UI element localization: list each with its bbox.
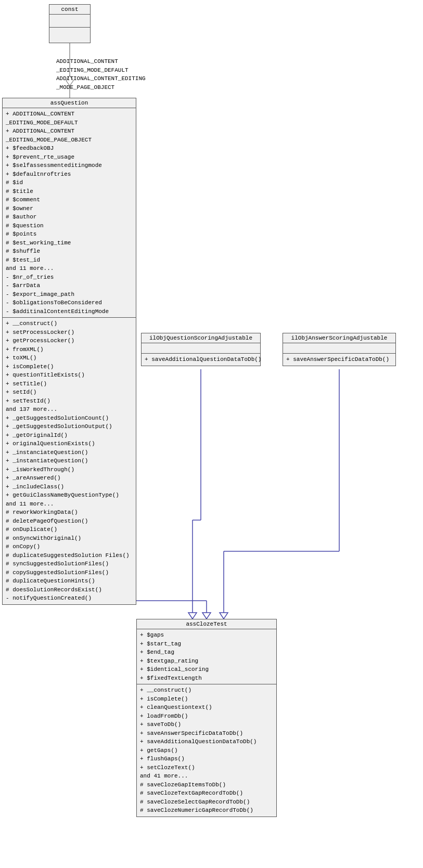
diagram-container: const ADDITIONAL_CONTENT _EDITING_MODE_D…	[0, 0, 423, 868]
assClozeTest-attributes: + $gaps + $start_tag + $end_tag + $textg…	[137, 629, 276, 684]
method-1: + setProcessLocker()	[6, 328, 133, 337]
attr-17: # $test_id	[6, 256, 133, 265]
cloze-method-14: # saveClozeNumericGapRecordToDb()	[140, 806, 273, 815]
cloze-method-9: + setClozeText()	[140, 763, 273, 772]
cloze-attr-4: + $identical_scoring	[140, 665, 273, 674]
cloze-method-6: + saveAdditionalQuestionDataToDb()	[140, 737, 273, 746]
attr-9: # $title	[6, 187, 133, 196]
method-16: + _instantiateQuestion()	[6, 457, 133, 465]
method-25: # onSyncWithOriginal()	[6, 534, 133, 543]
method-14: + originalQuestionExists()	[6, 439, 133, 448]
method-24: # onDuplicate()	[6, 525, 133, 534]
attr-23: - $additinalContentEditingMode	[6, 307, 133, 316]
ilObjAnswerScoringAdjustable-box: ilObjAnswerScoringAdjustable + saveAnswe…	[283, 333, 396, 366]
attr-11: # $owner	[6, 204, 133, 213]
method-9: + setTestId()	[6, 397, 133, 406]
method-20: + getGuiClassNameByQuestionType()	[6, 491, 133, 500]
const-box-section1	[49, 15, 90, 28]
method-26: # onCopy()	[6, 542, 133, 551]
method-10: and 137 more...	[6, 405, 133, 414]
ilObjASA-method-0: + saveAnswerSpecificDataToDb()	[286, 355, 392, 364]
const-box-section2	[49, 28, 90, 40]
ilObjQuestionScoringAdjustable-box: ilObjQuestionScoringAdjustable + saveAdd…	[141, 333, 261, 366]
attr-21: - $export_image_path	[6, 290, 133, 299]
method-11: + _getSuggestedSolutionCount()	[6, 414, 133, 423]
attr-3: _EDITING_MODE_PAGE_OBJECT	[6, 136, 133, 145]
assQuestion-attributes: + ADDITIONAL_CONTENT _EDITING_MODE_DEFAU…	[3, 108, 136, 318]
method-5: + isComplete()	[6, 362, 133, 371]
cloze-method-7: + getGaps()	[140, 746, 273, 755]
cloze-method-0: + __construct()	[140, 686, 273, 695]
attr-18: and 11 more...	[6, 264, 133, 273]
const-label-2: _EDITING_MODE_DEFAULT	[56, 66, 146, 75]
assQuestion-methods: + __construct() + setProcessLocker() + g…	[3, 318, 136, 604]
ilObjQuestionScoringAdjustable-title: ilObjQuestionScoringAdjustable	[142, 333, 260, 343]
cloze-method-5: + saveAnswerSpecificDataToDb()	[140, 729, 273, 738]
method-0: + __construct()	[6, 319, 133, 328]
method-23: # deletePageOfQuestion()	[6, 517, 133, 526]
attr-0: + ADDITIONAL_CONTENT	[6, 110, 133, 119]
cloze-method-13: # saveClozeSelectGapRecordToDb()	[140, 798, 273, 807]
method-21: and 11 more...	[6, 500, 133, 509]
ilObjAnswerScoringAdjustable-empty	[283, 343, 395, 354]
attr-14: # $points	[6, 230, 133, 239]
svg-marker-15	[220, 613, 228, 619]
cloze-method-11: # saveClozeGapItemsToDb()	[140, 781, 273, 789]
method-7: + setTitle()	[6, 380, 133, 388]
attr-2: + ADDITIONAL_CONTENT	[6, 127, 133, 136]
method-17: + _isWorkedThrough()	[6, 465, 133, 474]
ilObjQSA-method-0: + saveAdditionalQuestionDataToDb()	[145, 355, 257, 364]
cloze-method-8: + flushGaps()	[140, 755, 273, 763]
method-4: + toXML()	[6, 354, 133, 362]
cloze-attr-2: + $end_tag	[140, 648, 273, 657]
method-13: + _getOriginalId()	[6, 431, 133, 440]
svg-marker-11	[188, 613, 197, 619]
method-12: + _getSuggestedSolutionOutput()	[6, 422, 133, 431]
cloze-method-12: # saveClozeTextGapRecordToDb()	[140, 789, 273, 798]
ilObjAnswerScoringAdjustable-methods: + saveAnswerSpecificDataToDb()	[283, 354, 395, 366]
attr-7: + $defaultnroftries	[6, 170, 133, 179]
method-6: + questionTitleExists()	[6, 371, 133, 380]
method-2: + getProcessLocker()	[6, 336, 133, 345]
const-label-3: ADDITIONAL_CONTENT_EDITING	[56, 74, 146, 83]
attr-6: + $selfassessmenteditingmode	[6, 161, 133, 170]
cloze-method-10: and 41 more...	[140, 772, 273, 781]
method-22: # reworkWorkingData()	[6, 508, 133, 517]
method-19: + _includeClass()	[6, 483, 133, 491]
ilObjQuestionScoringAdjustable-empty	[142, 343, 260, 354]
method-8: + setId()	[6, 388, 133, 397]
assClozeTest-title: assClozeTest	[137, 619, 276, 629]
assQuestion-title: assQuestion	[3, 98, 136, 108]
assClozeTest-methods: + __construct() + isComplete() + cleanQu…	[137, 684, 276, 817]
cloze-attr-5: + $fixedTextLength	[140, 674, 273, 683]
attr-19: - $nr_of_tries	[6, 273, 133, 282]
assClozeTest-box: assClozeTest + $gaps + $start_tag + $end…	[136, 619, 277, 817]
attr-20: - $arrData	[6, 281, 133, 290]
svg-marker-7	[202, 613, 211, 619]
method-15: + _instanciateQuestion()	[6, 448, 133, 457]
method-3: + fromXML()	[6, 345, 133, 354]
method-18: + _areAnswered()	[6, 474, 133, 483]
cloze-method-2: + cleanQuestiontext()	[140, 703, 273, 712]
cloze-method-3: + loadFromDb()	[140, 712, 273, 721]
attr-4: + $feedbackOBJ	[6, 144, 133, 153]
cloze-attr-0: + $gaps	[140, 631, 273, 640]
attr-10: # $comment	[6, 196, 133, 204]
const-label-1: ADDITIONAL_CONTENT	[56, 57, 146, 66]
attr-13: # $question	[6, 222, 133, 230]
attr-5: + $prevent_rte_usage	[6, 153, 133, 162]
ilObjQuestionScoringAdjustable-methods: + saveAdditionalQuestionDataToDb()	[142, 354, 260, 366]
method-29: # copySuggestedSolutionFiles()	[6, 568, 133, 577]
method-28: # syncSuggestedSolutionFiles()	[6, 560, 133, 568]
attr-1: _EDITING_MODE_DEFAULT	[6, 119, 133, 127]
const-labels: ADDITIONAL_CONTENT _EDITING_MODE_DEFAULT…	[56, 57, 146, 92]
method-30: # duplicateQuestionHints()	[6, 577, 133, 586]
const-label-4: _MODE_PAGE_OBJECT	[56, 83, 146, 92]
method-27: # duplicateSuggestedSolution Files()	[6, 551, 133, 560]
cloze-attr-1: + $start_tag	[140, 640, 273, 649]
attr-16: # $shuffle	[6, 247, 133, 256]
method-32: - notifyQuestionCreated()	[6, 594, 133, 603]
attr-12: # $author	[6, 213, 133, 222]
const-box: const	[49, 4, 91, 43]
ilObjAnswerScoringAdjustable-title: ilObjAnswerScoringAdjustable	[283, 333, 395, 343]
